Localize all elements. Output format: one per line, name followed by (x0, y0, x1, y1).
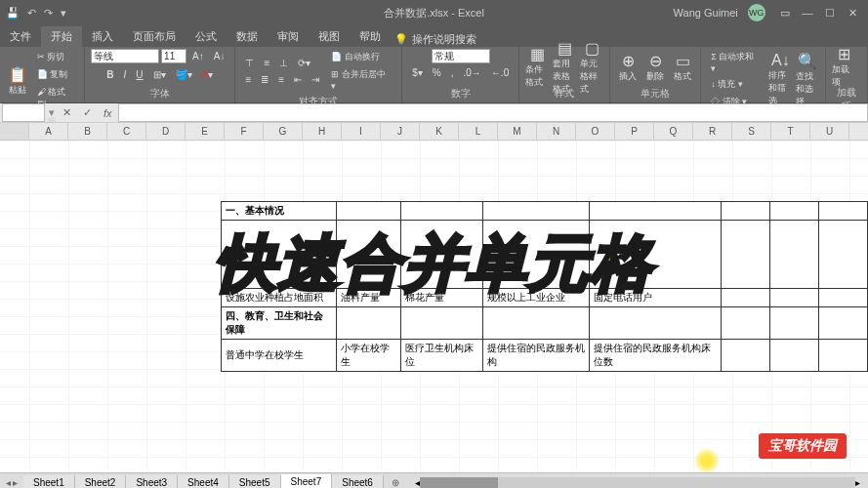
copy-button[interactable]: 📄 复制 (33, 66, 78, 83)
col-header[interactable]: B (68, 123, 107, 140)
select-all-corner[interactable] (0, 123, 29, 140)
paste-button[interactable]: 📋粘贴 (6, 63, 29, 99)
orientation-icon[interactable]: ⟳▾ (294, 56, 314, 70)
cell[interactable] (721, 289, 769, 307)
cell[interactable]: 提供住宿的民政服务机构床位数 (589, 340, 721, 372)
align-middle-icon[interactable]: ≡ (260, 56, 273, 70)
inc-decimal-icon[interactable]: .0→ (460, 65, 485, 80)
col-header[interactable]: R (693, 123, 732, 140)
col-header[interactable]: N (537, 123, 576, 140)
insert-cells-button[interactable]: ⊕插入 (616, 50, 640, 85)
tab-file[interactable]: 文件 (0, 26, 41, 47)
cut-button[interactable]: ✂ 剪切 (33, 49, 78, 65)
col-header[interactable]: A (29, 123, 68, 140)
tab-review[interactable]: 审阅 (268, 26, 309, 47)
col-header[interactable]: C (107, 123, 146, 140)
add-sheet-button[interactable]: ⊕ (384, 477, 407, 488)
cell[interactable] (589, 307, 721, 340)
col-header[interactable]: G (264, 123, 303, 140)
cell[interactable] (401, 307, 483, 340)
font-size-combo[interactable] (161, 49, 186, 63)
font-color-button[interactable]: A▾ (198, 67, 218, 82)
sheet-tab[interactable]: Sheet6 (332, 475, 384, 488)
format-cells-button[interactable]: ▭格式 (671, 50, 694, 85)
align-bottom-icon[interactable]: ⊥ (275, 56, 292, 70)
cell[interactable] (769, 307, 818, 340)
tab-layout[interactable]: 页面布局 (123, 26, 186, 47)
percent-icon[interactable]: % (429, 65, 445, 80)
col-header[interactable]: S (732, 123, 771, 140)
indent-inc-icon[interactable]: ⇥ (308, 72, 323, 87)
col-header[interactable]: J (381, 123, 420, 140)
comma-icon[interactable]: , (447, 65, 458, 80)
scroll-thumb[interactable] (420, 477, 498, 489)
align-top-icon[interactable]: ⊤ (241, 56, 258, 70)
align-right-icon[interactable]: ≡ (274, 72, 288, 87)
dec-decimal-icon[interactable]: ←.0 (487, 65, 513, 80)
sheet-tab[interactable]: Sheet4 (178, 475, 229, 488)
cell[interactable]: 四、教育、卫生和社会保障 (222, 307, 337, 340)
tab-insert[interactable]: 插入 (82, 26, 123, 47)
col-header[interactable]: Q (654, 123, 693, 140)
decrease-font-icon[interactable]: A↓ (210, 49, 229, 63)
chevron-down-icon[interactable]: ▾ (47, 106, 57, 119)
fill-button[interactable]: ↓ 填充 ▾ (707, 76, 765, 93)
cell[interactable] (818, 307, 867, 340)
ribbon-options-icon[interactable]: ▭ (775, 7, 795, 20)
cell[interactable] (336, 307, 400, 340)
enter-formula-icon[interactable]: ✓ (77, 106, 98, 119)
cell[interactable] (401, 202, 483, 221)
col-header[interactable]: P (615, 123, 654, 140)
indent-dec-icon[interactable]: ⇤ (290, 72, 306, 87)
cell[interactable] (721, 202, 769, 221)
fill-color-button[interactable]: 🪣▾ (172, 67, 196, 82)
avatar[interactable]: WG (748, 4, 765, 21)
grid-body[interactable]: 一、基本情况 设施农业种植占地面积 油料产量 棉花产量 规模以上工业企业 固定电… (0, 141, 868, 472)
cell[interactable]: 一、基本情况 (222, 202, 337, 221)
sheet-tab[interactable]: Sheet1 (23, 475, 75, 488)
horizontal-scrollbar[interactable]: ◂ ▸ (415, 477, 860, 489)
wrap-text-button[interactable]: 📄 自动换行 (327, 49, 395, 65)
name-box[interactable] (2, 103, 45, 122)
username[interactable]: Wang Guimei (674, 7, 738, 19)
col-header[interactable]: E (186, 123, 225, 140)
cell[interactable]: 小学在校学生 (336, 340, 400, 372)
sort-filter-button[interactable]: A↓排序和筛选 (768, 62, 792, 98)
col-header[interactable]: T (771, 123, 810, 140)
sheet-nav-first-icon[interactable]: ◂ (6, 477, 11, 488)
tab-formulas[interactable]: 公式 (186, 26, 227, 47)
underline-button[interactable]: U (132, 67, 146, 82)
cell[interactable] (769, 202, 818, 221)
col-header[interactable]: I (342, 123, 381, 140)
maximize-icon[interactable]: ☐ (820, 7, 840, 20)
cell[interactable] (721, 340, 769, 372)
formula-input[interactable] (118, 103, 868, 122)
sheet-nav-last-icon[interactable]: ▸ (13, 477, 18, 488)
cell-styles-button[interactable]: ▢单元格样式 (580, 50, 603, 85)
scroll-right-icon[interactable]: ▸ (855, 477, 860, 489)
tab-home[interactable]: 开始 (41, 26, 82, 47)
close-icon[interactable]: ✕ (843, 7, 862, 20)
tab-help[interactable]: 帮助 (350, 26, 391, 47)
currency-icon[interactable]: $▾ (408, 65, 427, 80)
table-format-button[interactable]: ▤套用表格格式 (553, 50, 576, 85)
autosave-icon[interactable]: 💾 (6, 7, 20, 20)
delete-cells-button[interactable]: ⊖删除 (643, 50, 667, 85)
sheet-tab[interactable]: Sheet7 (281, 474, 333, 488)
cell[interactable] (482, 307, 589, 340)
col-header[interactable]: H (303, 123, 342, 140)
border-button[interactable]: ⊞▾ (149, 67, 170, 82)
number-format-combo[interactable] (432, 49, 490, 63)
align-center-icon[interactable]: ≣ (257, 72, 272, 87)
cell[interactable] (336, 202, 400, 221)
cell[interactable] (818, 289, 867, 307)
cell[interactable]: 普通中学在校学生 (222, 340, 337, 372)
font-name-combo[interactable] (91, 49, 159, 63)
cell[interactable]: 提供住宿的民政服务机构 (482, 340, 589, 372)
col-header[interactable]: D (146, 123, 186, 140)
increase-font-icon[interactable]: A↑ (188, 49, 208, 63)
col-header[interactable]: M (498, 123, 537, 140)
col-header[interactable]: F (225, 123, 264, 140)
autosum-button[interactable]: Σ 自动求和 ▾ (707, 49, 765, 75)
sheet-tab[interactable]: Sheet5 (229, 475, 281, 488)
